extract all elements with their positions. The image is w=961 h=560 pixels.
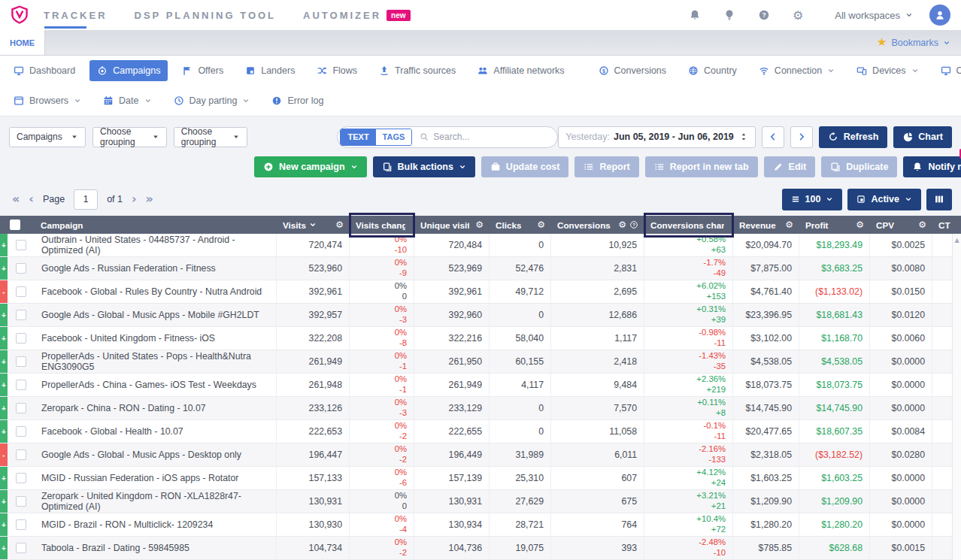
report-button[interactable]: Report bbox=[574, 156, 638, 177]
table-row[interactable]: +Google Ads - Russian Federation - Fitne… bbox=[0, 257, 961, 280]
table-row[interactable]: +PropellerAds - United States - Pops - H… bbox=[0, 350, 961, 374]
nav-item-country[interactable]: Country bbox=[681, 60, 744, 81]
row-checkbox[interactable] bbox=[16, 310, 26, 320]
help-icon[interactable]: ? bbox=[758, 9, 770, 21]
row-checkbox[interactable] bbox=[16, 240, 26, 250]
column-header-conversions-change[interactable]: Conversions change bbox=[644, 216, 733, 234]
gear-icon[interactable]: ⚙ bbox=[335, 219, 344, 230]
new-campaign-button[interactable]: New campaign bbox=[254, 156, 367, 177]
entity-select[interactable]: Campaigns bbox=[9, 127, 86, 147]
table-row[interactable]: +MGID - Russian Federation - iOS apps - … bbox=[0, 467, 961, 490]
gear-icon[interactable]: ⚙ bbox=[618, 219, 626, 230]
column-header-clicks[interactable]: Clicks⚙ bbox=[490, 216, 551, 234]
column-header-visits-change[interactable]: Visits change bbox=[350, 216, 414, 234]
page-number-input[interactable] bbox=[74, 189, 98, 210]
search-input[interactable] bbox=[433, 132, 550, 142]
grouping-select-1[interactable]: Choose grouping bbox=[92, 127, 167, 147]
scroll-up-icon[interactable]: ▲ bbox=[954, 238, 959, 244]
date-range-picker[interactable]: Yesterday: Jun 05, 2019 - Jun 06, 2019 bbox=[558, 126, 755, 148]
tab-home[interactable]: HOME bbox=[0, 30, 45, 55]
column-header-profit[interactable]: Profit⚙ bbox=[799, 216, 870, 234]
gear-icon[interactable]: ⚙ bbox=[785, 219, 793, 230]
column-header-revenue[interactable]: Revenue⚙ bbox=[733, 216, 799, 234]
grouping-select-2[interactable]: Choose grouping bbox=[174, 127, 248, 147]
select-all-checkbox[interactable] bbox=[10, 219, 20, 230]
bulb-icon[interactable] bbox=[723, 9, 735, 21]
table-scrollbar[interactable]: ▲ bbox=[952, 234, 961, 560]
nav-item-devices[interactable]: Devices bbox=[849, 60, 926, 81]
workspaces-selector[interactable]: All workspaces bbox=[835, 10, 913, 21]
chart-button[interactable]: Chart bbox=[893, 126, 952, 148]
table-row[interactable]: +Outbrain - United States - 04485737 - A… bbox=[0, 234, 961, 257]
row-checkbox[interactable] bbox=[16, 426, 26, 437]
product-tracker[interactable]: TRACKER bbox=[44, 10, 108, 21]
nav-item-error-log[interactable]: Error log bbox=[264, 90, 331, 111]
nav-item-traffic-sources[interactable]: Traffic sources bbox=[371, 60, 463, 81]
nav-item-dashboard[interactable]: Dashboard bbox=[6, 60, 83, 81]
row-checkbox[interactable] bbox=[16, 403, 26, 413]
stepper-icon[interactable] bbox=[739, 132, 748, 141]
column-header-campaign[interactable]: Campaign bbox=[35, 216, 277, 234]
bulk-actions-button[interactable]: Bulk actions bbox=[373, 156, 475, 177]
bell-icon[interactable] bbox=[689, 9, 701, 21]
gear-icon[interactable]: ⚙ bbox=[475, 219, 484, 230]
duplicate-button[interactable]: Duplicate bbox=[821, 156, 897, 177]
nav-item-affiliate-networks[interactable]: Affiliate networks bbox=[470, 60, 571, 81]
row-checkbox[interactable] bbox=[16, 356, 26, 367]
column-header-conversions[interactable]: Conversions⚙? bbox=[551, 216, 644, 234]
column-header-visits[interactable]: Visits⚙ bbox=[277, 216, 350, 234]
row-checkbox[interactable] bbox=[16, 496, 26, 507]
report-in-new-tab-button[interactable]: Report in new tab bbox=[645, 156, 758, 177]
nav-item-flows[interactable]: Flows bbox=[309, 60, 365, 81]
nav-item-landers[interactable]: Landers bbox=[238, 60, 302, 81]
table-row[interactable]: +Taboola - Brazil - Dating - 59845985104… bbox=[0, 537, 961, 560]
columns-button[interactable] bbox=[926, 189, 952, 210]
row-checkbox[interactable] bbox=[16, 473, 26, 483]
gear-icon[interactable]: ⚙ bbox=[537, 219, 545, 230]
nav-item-conversions[interactable]: $Conversions bbox=[591, 60, 674, 81]
product-dsp-planning-tool[interactable]: DSP PLANNING TOOL bbox=[135, 10, 276, 21]
gear-icon[interactable]: ⚙ bbox=[793, 8, 803, 23]
table-row[interactable]: +Facebook - United Kingdom - Fitness- iO… bbox=[0, 327, 961, 350]
date-next-button[interactable] bbox=[790, 126, 813, 148]
nav-item-browsers[interactable]: Browsers bbox=[6, 90, 89, 111]
prev-page-icon[interactable]: ‹ bbox=[29, 193, 34, 205]
product-automizer[interactable]: AUTOMIZER new bbox=[303, 10, 411, 21]
toggle-text[interactable]: TEXT bbox=[341, 129, 375, 145]
row-checkbox[interactable] bbox=[16, 263, 26, 274]
row-checkbox[interactable] bbox=[16, 543, 26, 553]
nav-item-connection[interactable]: Connection bbox=[751, 60, 842, 81]
update-cost-button[interactable]: Update cost bbox=[481, 156, 569, 177]
refresh-button[interactable]: Refresh bbox=[819, 126, 888, 148]
bookmarks-menu[interactable]: ★ Bookmarks bbox=[877, 30, 961, 55]
table-row[interactable]: +Zeropark - China - RON - Dating - 10.07… bbox=[0, 397, 961, 420]
nav-item-campaigns[interactable]: Campaigns bbox=[89, 60, 168, 81]
edit-button[interactable]: Edit bbox=[764, 156, 816, 177]
column-header-unique-visits[interactable]: Unique visits⚙ bbox=[414, 216, 490, 234]
column-header-ct[interactable]: CT bbox=[932, 216, 961, 234]
nav-item-offers[interactable]: Offers bbox=[174, 60, 231, 81]
column-header-cpv[interactable]: CPV⚙ bbox=[870, 216, 932, 234]
toggle-tags[interactable]: TAGS bbox=[376, 129, 412, 145]
nav-item-day-parting[interactable]: Day parting bbox=[166, 90, 258, 111]
next-page-icon[interactable]: › bbox=[132, 193, 137, 205]
row-checkbox[interactable] bbox=[16, 450, 26, 460]
gear-icon[interactable]: ⚙ bbox=[918, 219, 926, 230]
nav-item-os[interactable]: OS bbox=[933, 60, 961, 81]
first-page-icon[interactable]: « bbox=[12, 193, 20, 205]
table-row[interactable]: -Google Ads - Global - Music Apps - Desk… bbox=[0, 443, 961, 467]
table-row[interactable]: +Facebook - Global - Health - 10.07222,6… bbox=[0, 420, 961, 443]
date-prev-button[interactable] bbox=[762, 126, 784, 148]
table-row[interactable]: +PropellerAds - China - Games- iOS Test … bbox=[0, 374, 961, 397]
last-page-icon[interactable]: » bbox=[146, 193, 153, 205]
page-size-button[interactable]: 100 bbox=[782, 189, 843, 210]
row-checkbox[interactable] bbox=[16, 380, 26, 390]
notify-me-button[interactable]: Notify menew bbox=[903, 156, 961, 177]
question-circle-icon[interactable]: ? bbox=[629, 220, 638, 229]
table-row[interactable]: +MGID - Brazil - RON - Multiclick- 12092… bbox=[0, 513, 961, 537]
nav-item-date[interactable]: Date bbox=[95, 90, 159, 111]
table-row[interactable]: -Facebook - Global - Rules By Country - … bbox=[0, 280, 961, 304]
table-row[interactable]: +Zeropark - United Kingdom - RON -XLA182… bbox=[0, 490, 961, 513]
table-row[interactable]: +Google Ads - Global - Music Apps - Mobi… bbox=[0, 304, 961, 327]
row-checkbox[interactable] bbox=[16, 286, 26, 297]
